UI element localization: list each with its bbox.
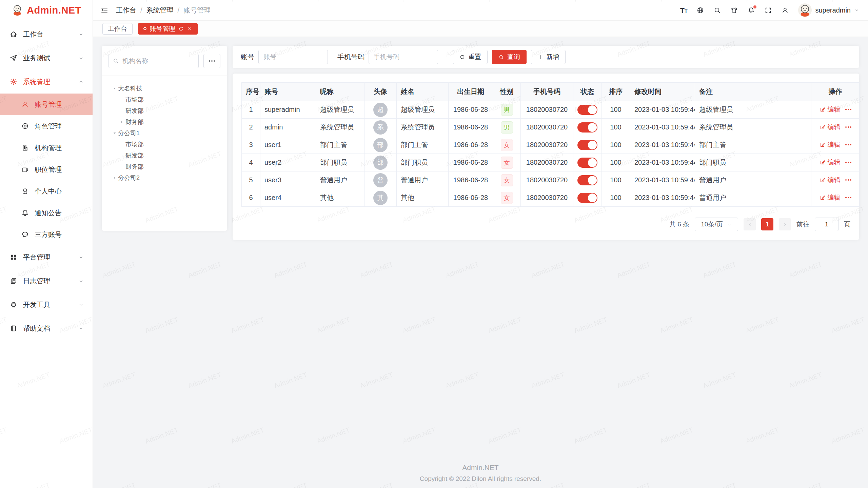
tree-node[interactable]: 市场部	[108, 94, 220, 105]
fullscreen-icon[interactable]	[764, 6, 772, 14]
cell-nickname: 其他	[316, 189, 364, 207]
cell-remark: 系统管理员	[695, 119, 811, 136]
phone-input[interactable]	[369, 50, 438, 64]
sidebar-item-org-management[interactable]: 机构管理	[0, 137, 93, 159]
more-actions-button[interactable]	[845, 162, 851, 163]
next-page-button[interactable]	[779, 218, 791, 230]
account-management-tab[interactable]: 账号管理	[138, 23, 198, 35]
sidebar-item-label: 通知公告	[35, 208, 85, 218]
column-header-birth: 出生日期	[449, 83, 493, 101]
account-input[interactable]	[258, 50, 328, 64]
edit-button[interactable]: 编辑	[820, 105, 841, 114]
edit-button[interactable]: 编辑	[820, 176, 841, 184]
more-actions-button[interactable]	[845, 197, 851, 198]
status-toggle[interactable]	[577, 140, 597, 150]
profile-icon[interactable]	[781, 6, 789, 14]
account-table-panel: 序号账号昵称头像姓名出生日期性别手机号码状态排序修改时间备注操作 1supera…	[233, 74, 859, 240]
cell-modified: 2023-01-03 10:59:44	[630, 136, 695, 154]
add-button[interactable]: 新增	[531, 50, 566, 64]
more-actions-button[interactable]	[845, 109, 851, 110]
status-toggle[interactable]	[577, 105, 597, 115]
sidebar-item-personal-center[interactable]: 个人中心	[0, 180, 93, 202]
chevron-down-icon	[854, 8, 859, 13]
edit-icon	[820, 142, 826, 148]
edit-button[interactable]: 编辑	[820, 140, 841, 149]
cell-ops: 编辑	[811, 101, 860, 119]
sidebar-item-business-test[interactable]: 业务测试	[0, 46, 93, 70]
sidebar-item-log-management[interactable]: 日志管理	[0, 269, 93, 293]
breadcrumb-item[interactable]: 系统管理	[146, 6, 174, 15]
cell-nickname: 部门职员	[316, 154, 364, 171]
grid-icon	[9, 253, 18, 261]
column-header-gender: 性别	[493, 83, 521, 101]
page-number-1[interactable]: 1	[761, 218, 773, 230]
org-more-button[interactable]	[203, 54, 220, 68]
cell-remark: 超级管理员	[695, 101, 811, 119]
workbench-tab[interactable]: 工作台	[102, 23, 133, 35]
status-toggle[interactable]	[577, 158, 597, 168]
status-toggle[interactable]	[577, 122, 597, 133]
row-actions: 编辑	[820, 105, 851, 114]
edit-label: 编辑	[828, 140, 841, 149]
page-size-select[interactable]: 10条/页	[695, 218, 738, 231]
collapse-sidebar-icon[interactable]	[100, 6, 108, 14]
edit-button[interactable]: 编辑	[820, 193, 841, 202]
footer-copyright: Copyright © 2022 Dilon All rights reserv…	[93, 475, 868, 483]
caret-spacer	[119, 153, 125, 158]
sidebar-item-workbench[interactable]: 工作台	[0, 22, 93, 46]
column-header-status: 状态	[573, 83, 601, 101]
more-actions-button[interactable]	[845, 179, 851, 181]
more-actions-button[interactable]	[845, 126, 851, 128]
user-avatar	[798, 3, 812, 17]
tree-node[interactable]: 研发部	[108, 150, 220, 161]
cell-remark: 部门职员	[695, 154, 811, 171]
sidebar-item-system-management[interactable]: 系统管理	[0, 70, 93, 94]
sidebar-item-platform-management[interactable]: 平台管理	[0, 245, 93, 269]
prev-page-button[interactable]	[744, 218, 756, 230]
user-menu[interactable]: superadmin	[798, 3, 859, 17]
row-actions: 编辑	[820, 176, 851, 184]
tree-node-label: 研发部	[125, 151, 144, 160]
font-size-icon[interactable]: TT	[680, 7, 687, 14]
theme-icon[interactable]	[730, 6, 738, 14]
goto-page-input[interactable]	[815, 218, 839, 231]
sidebar-item-position-management[interactable]: 职位管理	[0, 159, 93, 180]
org-name-search-input[interactable]	[108, 54, 199, 68]
tree-node[interactable]: 分公司2	[108, 172, 220, 183]
tab-refresh-icon[interactable]	[178, 26, 184, 32]
language-icon[interactable]	[696, 6, 704, 14]
more-actions-button[interactable]	[845, 144, 851, 145]
edit-button[interactable]: 编辑	[820, 158, 841, 167]
breadcrumb-item[interactable]: 工作台	[116, 6, 136, 15]
tree-node[interactable]: 市场部	[108, 139, 220, 150]
tab-close-icon[interactable]	[187, 26, 192, 32]
notification-icon[interactable]	[747, 6, 755, 14]
sidebar-item-account-management[interactable]: 账号管理	[0, 94, 93, 115]
edit-button[interactable]: 编辑	[820, 123, 841, 131]
app-logo[interactable]: Admin.NET	[0, 0, 93, 20]
tree-node[interactable]: 分公司1	[108, 127, 220, 139]
toggle-knob	[588, 158, 597, 167]
sidebar-item-dev-tools[interactable]: 开发工具	[0, 293, 93, 317]
tree-node[interactable]: 财务部	[108, 161, 220, 172]
tree-node[interactable]: 研发部	[108, 105, 220, 116]
sidebar-item-third-party-account[interactable]: 三方账号	[0, 224, 93, 245]
cell-gender: 女	[493, 136, 521, 154]
search-button[interactable]: 查询	[492, 50, 527, 64]
tree-node-label: 市场部	[125, 96, 144, 104]
reset-button[interactable]: 重置	[453, 50, 488, 64]
cell-birth: 1986-06-28	[449, 119, 493, 136]
status-toggle[interactable]	[577, 193, 597, 203]
status-toggle[interactable]	[577, 175, 597, 185]
log-icon	[9, 277, 18, 285]
tree-node[interactable]: 财务部	[108, 116, 220, 127]
cell-sort: 100	[601, 171, 630, 189]
tree-node[interactable]: 大名科技	[108, 83, 220, 94]
sidebar-item-help-docs[interactable]: 帮助文档	[0, 317, 93, 340]
search-icon[interactable]	[713, 6, 721, 14]
sidebar-item-label: 业务测试	[23, 54, 72, 63]
cell-avatar: 普	[364, 171, 397, 189]
cell-birth: 1986-06-28	[449, 101, 493, 119]
sidebar-item-role-management[interactable]: 角色管理	[0, 115, 93, 137]
sidebar-item-notice-announcement[interactable]: 通知公告	[0, 202, 93, 224]
